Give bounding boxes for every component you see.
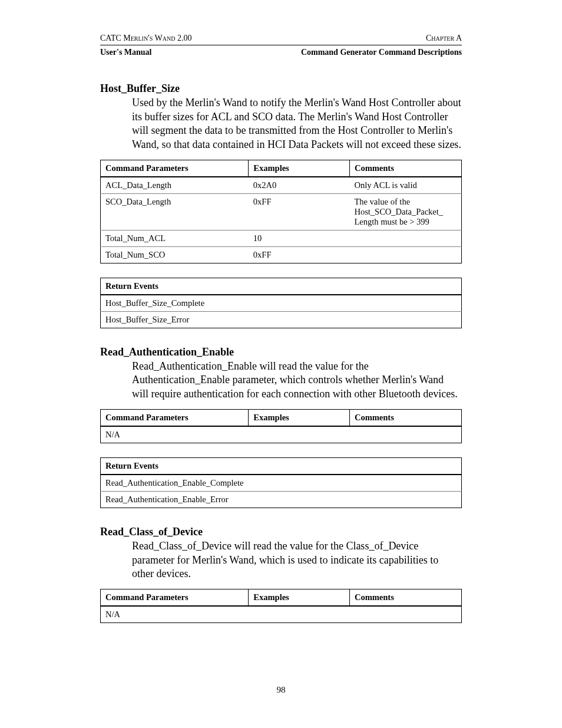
param-example: [249, 606, 350, 623]
param-name: Total_Num_SCO: [101, 246, 249, 263]
col-header-examples: Examples: [249, 410, 350, 427]
table-row: Read_Authentication_Enable_Error: [101, 492, 462, 508]
command-parameters-table: Command Parameters Examples Comments N/A: [100, 589, 462, 623]
col-header-parameters: Command Parameters: [101, 160, 249, 177]
section-title: Host_Buffer_Size: [100, 83, 462, 95]
param-comment: The value of the Host_SCO_Data_Packet_ L…: [349, 193, 461, 230]
return-event: Host_Buffer_Size_Complete: [101, 295, 462, 312]
col-header-comments: Comments: [349, 589, 461, 607]
table-row: Host_Buffer_Size_Error: [101, 311, 462, 328]
col-header-return: Return Events: [101, 458, 462, 475]
command-parameters-table: Command Parameters Examples Comments N/A: [100, 409, 462, 443]
col-header-parameters: Command Parameters: [101, 410, 249, 427]
table-header-row: Command Parameters Examples Comments: [101, 160, 462, 177]
table-row: Read_Authentication_Enable_Complete: [101, 475, 462, 492]
section-body: Used by the Merlin's Wand to notify the …: [132, 96, 462, 151]
param-comment: Only ACL is valid: [349, 177, 461, 194]
col-header-parameters: Command Parameters: [101, 589, 249, 607]
col-header-comments: Comments: [349, 410, 461, 427]
return-events-table: Return Events Read_Authentication_Enable…: [100, 457, 462, 508]
header-right-top: Chapter A: [426, 33, 462, 44]
param-name: N/A: [101, 606, 249, 623]
return-event: Read_Authentication_Enable_Complete: [101, 475, 462, 492]
table-header-row: Return Events: [101, 458, 462, 475]
return-event: Host_Buffer_Size_Error: [101, 311, 462, 328]
return-event: Read_Authentication_Enable_Error: [101, 492, 462, 508]
table-row: N/A: [101, 606, 462, 623]
page-number: 98: [0, 685, 562, 695]
col-header-comments: Comments: [349, 160, 461, 177]
page-header: CATC Merlin's Wand 2.00 Chapter A User's…: [100, 33, 462, 58]
col-header-examples: Examples: [249, 160, 350, 177]
param-example: 0xFF: [249, 246, 350, 263]
param-example: 0x2A0: [249, 177, 350, 194]
col-header-examples: Examples: [249, 589, 350, 607]
section-body: Read_Class_of_Device will read the value…: [132, 539, 462, 581]
param-comment: [349, 606, 461, 623]
param-comment: [349, 230, 461, 246]
param-example: 10: [249, 230, 350, 246]
param-comment: [349, 426, 461, 443]
section-title: Read_Class_of_Device: [100, 526, 462, 538]
header-left-top: CATC Merlin's Wand 2.00: [100, 33, 191, 44]
header-left-bottom: User's Manual: [100, 47, 152, 58]
header-right-bottom: Command Generator Command Descriptions: [301, 47, 462, 58]
param-example: [249, 426, 350, 443]
page: CATC Merlin's Wand 2.00 Chapter A User's…: [0, 0, 562, 728]
param-name: SCO_Data_Length: [101, 193, 249, 230]
col-header-return: Return Events: [101, 278, 462, 295]
param-comment: [349, 246, 461, 263]
table-row: ACL_Data_Length 0x2A0 Only ACL is valid: [101, 177, 462, 194]
table-row: Total_Num_SCO 0xFF: [101, 246, 462, 263]
section-title: Read_Authentication_Enable: [100, 346, 462, 358]
command-parameters-table: Command Parameters Examples Comments ACL…: [100, 160, 462, 263]
param-name: ACL_Data_Length: [101, 177, 249, 194]
param-name: Total_Num_ACL: [101, 230, 249, 246]
table-row: SCO_Data_Length 0xFF The value of the Ho…: [101, 193, 462, 230]
return-events-table: Return Events Host_Buffer_Size_Complete …: [100, 278, 462, 328]
table-row: Total_Num_ACL 10: [101, 230, 462, 246]
table-row: N/A: [101, 426, 462, 443]
table-header-row: Command Parameters Examples Comments: [101, 589, 462, 607]
param-example: 0xFF: [249, 193, 350, 230]
param-name: N/A: [101, 426, 249, 443]
table-header-row: Return Events: [101, 278, 462, 295]
section-body: Read_Authentication_Enable will read the…: [132, 360, 462, 401]
table-header-row: Command Parameters Examples Comments: [101, 410, 462, 427]
table-row: Host_Buffer_Size_Complete: [101, 295, 462, 312]
